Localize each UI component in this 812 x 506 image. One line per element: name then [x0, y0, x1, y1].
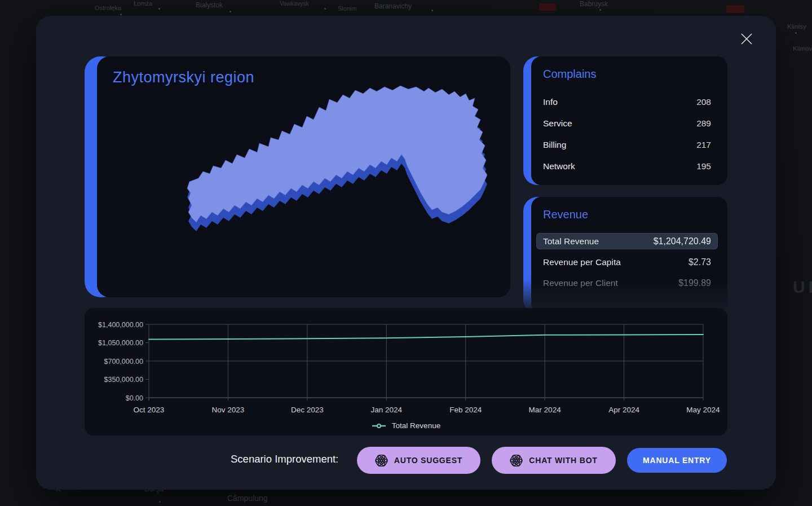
complains-row: Info208 [543, 91, 711, 113]
backdrop-map-label: Câmpulung [227, 494, 268, 503]
openai-logo-icon [375, 454, 388, 467]
manual-entry-button[interactable]: MANUAL ENTRY [627, 448, 727, 473]
revenue-row-value: $2.73 [689, 257, 711, 267]
revenue-row-value: $1,204,720.49 [654, 236, 711, 247]
complains-row: Billing217 [543, 134, 711, 156]
backdrop-city-dot [599, 9, 601, 11]
complains-row-label: Network [543, 161, 575, 171]
revenue-row[interactable]: Revenue per Client$199.89 [536, 275, 718, 291]
backdrop-map-label: Klintsy [787, 23, 806, 30]
backdrop-map-label: Klimov [793, 45, 812, 52]
backdrop-map-label: Łomża [134, 0, 152, 7]
chart-x-tick-label: Oct 2023 [134, 406, 165, 414]
chart-x-tick-label: Mar 2024 [529, 406, 562, 414]
auto-suggest-button[interactable]: AUTO SUGGEST [357, 447, 480, 474]
close-icon [739, 31, 754, 47]
revenue-title: Revenue [543, 208, 588, 221]
region-map-surface [187, 86, 487, 222]
openai-logo-icon [510, 454, 523, 467]
region-title: Zhytomyrskyi region [113, 69, 254, 86]
chart-y-tick-label: $700,000.00 [104, 358, 143, 366]
complains-row: Network195 [543, 156, 711, 177]
backdrop-city-dot [431, 10, 433, 11]
chart-y-tick-label: $1,400,000.00 [98, 321, 143, 329]
backdrop-map-label: Slonim [338, 5, 357, 12]
chart-x-tick-label: Apr 2024 [608, 406, 639, 414]
backdrop-city-dot [324, 8, 326, 10]
revenue-row-label: Total Revenue [543, 236, 599, 247]
revenue-row[interactable]: Revenue per Capita$2.73 [536, 254, 718, 270]
backdrop-city-dot [159, 501, 161, 503]
backdrop-city-dot [120, 14, 122, 15]
chart-y-tick-label: $350,000.00 [104, 376, 143, 384]
complains-rows: Info208Service289Billing217Network195 [543, 91, 711, 177]
backdrop-map-label: Babruysk [580, 0, 608, 8]
chart-x-tick-label: Jan 2024 [371, 406, 403, 414]
chart-legend[interactable]: Total Revenue [85, 421, 727, 430]
region-3d-map[interactable] [169, 86, 494, 255]
chart-x-tick-label: Dec 2023 [291, 406, 324, 414]
complains-row-label: Service [543, 118, 572, 129]
backdrop-alert-marker [726, 5, 744, 13]
region-detail-modal: Zhytomyrskyi region Complains Info208Ser… [36, 16, 776, 490]
complains-row-value: 195 [696, 161, 711, 171]
region-map-card: Zhytomyrskyi region [85, 56, 510, 297]
complains-row-value: 208 [696, 97, 711, 107]
backdrop-city-dot [795, 32, 797, 34]
complains-row-value: 289 [696, 118, 711, 129]
complains-card: Complains Info208Service289Billing217Net… [523, 56, 727, 185]
total-revenue-chart: $1,400,000.00$1,050,000.00$700,000.00$35… [85, 308, 727, 435]
chat-with-bot-button[interactable]: CHAT WITH BOT [492, 447, 616, 474]
complains-row-value: 217 [696, 140, 711, 150]
revenue-card: Revenue Total Revenue$1,204,720.49Revenu… [523, 197, 727, 314]
complains-row: Service289 [543, 113, 711, 134]
legend-label: Total Revenue [392, 421, 440, 430]
complains-row-label: Info [543, 97, 558, 107]
manual-entry-label: MANUAL ENTRY [643, 456, 711, 465]
chart-x-tick-label: Feb 2024 [449, 406, 482, 414]
revenue-row-label: Revenue per Capita [543, 257, 621, 267]
revenue-row-value: $199.89 [678, 278, 711, 288]
complains-title: Complains [543, 68, 596, 81]
backdrop-city-dot [158, 8, 160, 10]
revenue-rows: Total Revenue$1,204,720.49Revenue per Ca… [536, 233, 718, 291]
close-button[interactable] [738, 30, 756, 48]
chart-y-tick-label: $0.00 [126, 394, 143, 402]
complains-row-label: Billing [543, 140, 566, 150]
complains-card-body: Complains Info208Service289Billing217Net… [531, 56, 727, 185]
chat-with-bot-label: CHAT WITH BOT [529, 456, 597, 465]
legend-marker-icon [372, 423, 386, 429]
chart-x-tick-label: May 2024 [686, 406, 720, 414]
revenue-row-label: Revenue per Client [543, 278, 618, 288]
backdrop-map-label: Baranavichy [374, 2, 412, 10]
backdrop-map-label: UR [793, 278, 812, 297]
region-card-body: Zhytomyrskyi region [97, 56, 510, 297]
backdrop-map-label: Białystok [196, 1, 223, 9]
scenario-improvement-label: Scenario Improvement: [231, 453, 338, 465]
revenue-chart-card: $1,400,000.00$1,050,000.00$700,000.00$35… [85, 308, 727, 435]
backdrop-map-label: Vawkavysk [280, 0, 309, 7]
auto-suggest-label: AUTO SUGGEST [394, 456, 462, 465]
backdrop-alert-marker [539, 3, 556, 11]
backdrop-city-dot [230, 11, 231, 12]
chart-series-line [149, 335, 703, 339]
chart-y-tick-label: $1,050,000.00 [98, 339, 143, 347]
revenue-row[interactable]: Total Revenue$1,204,720.49 [536, 233, 718, 249]
chart-x-tick-label: Nov 2023 [212, 406, 245, 414]
revenue-card-body: Revenue Total Revenue$1,204,720.49Revenu… [531, 197, 727, 314]
backdrop-map-label: Ostrołęka [95, 5, 121, 11]
